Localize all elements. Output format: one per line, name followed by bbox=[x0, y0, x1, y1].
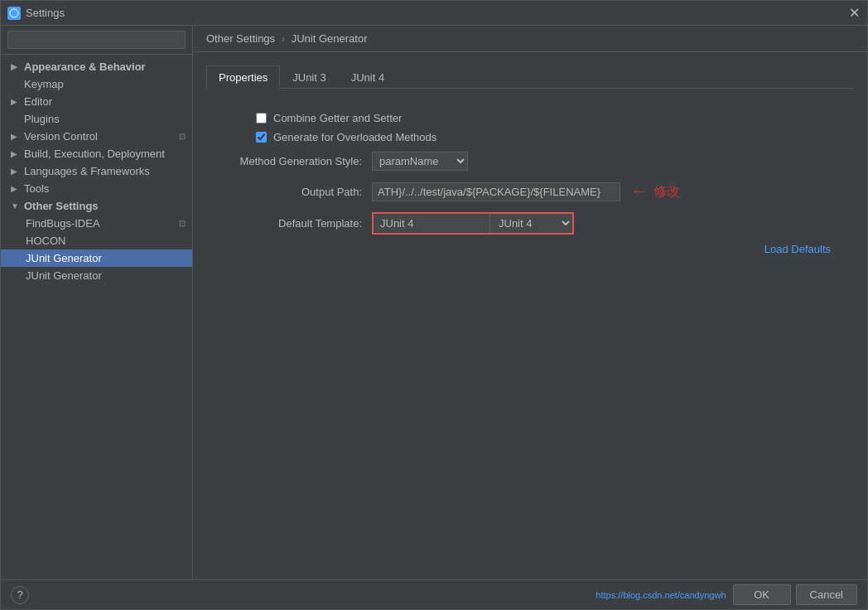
output-path-label: Output Path: bbox=[206, 186, 372, 198]
method-generation-style-label: Method Generation Style: bbox=[206, 155, 372, 167]
breadcrumb: Other Settings › JUnit Generator bbox=[193, 26, 867, 52]
title-bar: Settings ✕ bbox=[1, 1, 867, 26]
red-arrow-icon: ← bbox=[630, 181, 649, 202]
tab-junit3[interactable]: JUnit 3 bbox=[280, 65, 338, 89]
findbugs-badge-icon: ⊡ bbox=[179, 219, 186, 228]
bottom-right: https://blog.csdn.net/candyngwh OK Cance… bbox=[596, 584, 857, 605]
arrow-icon: ▶ bbox=[11, 149, 21, 158]
sidebar-item-plugins[interactable]: Plugins bbox=[1, 110, 192, 128]
generate-overloaded-checkbox[interactable] bbox=[256, 132, 267, 143]
arrow-icon: ▶ bbox=[11, 132, 21, 141]
output-path-control: ← 修改 bbox=[372, 181, 680, 202]
combine-getter-setter-row: Combine Getter and Setter bbox=[206, 109, 854, 128]
arrow-annotation: ← 修改 bbox=[630, 181, 680, 202]
app-icon bbox=[7, 7, 21, 20]
default-template-select[interactable]: JUnit 4 JUnit 3 bbox=[489, 214, 572, 233]
generate-overloaded-row: Generate for Overloaded Methods bbox=[206, 128, 854, 147]
sidebar-item-editor[interactable]: ▶ Editor bbox=[1, 93, 192, 110]
sidebar-item-build[interactable]: ▶ Build, Execution, Deployment bbox=[1, 145, 192, 162]
nav-tree: ▶ Appearance & Behavior Keymap ▶ Editor … bbox=[1, 55, 192, 579]
search-box bbox=[1, 26, 192, 55]
main-content: ▶ Appearance & Behavior Keymap ▶ Editor … bbox=[1, 26, 867, 579]
method-generation-style-select[interactable]: paramName typeAndParam bbox=[372, 152, 468, 171]
sidebar-item-languages[interactable]: ▶ Languages & Frameworks bbox=[1, 162, 192, 180]
arrow-icon: ▶ bbox=[11, 62, 21, 71]
tab-junit4[interactable]: JUnit 4 bbox=[339, 65, 397, 89]
sidebar-item-appearance[interactable]: ▶ Appearance & Behavior bbox=[1, 58, 192, 75]
close-button[interactable]: ✕ bbox=[847, 7, 861, 20]
load-defaults-link[interactable]: Load Defaults bbox=[541, 243, 831, 255]
cancel-button[interactable]: Cancel bbox=[796, 584, 857, 605]
arrow-icon: ▶ bbox=[11, 97, 21, 106]
output-path-row: Output Path: ← 修改 bbox=[206, 176, 854, 207]
sidebar-item-junit-generator-2[interactable]: JUnit Generator bbox=[1, 267, 192, 284]
default-template-input[interactable] bbox=[374, 215, 489, 232]
breadcrumb-separator: › bbox=[282, 32, 285, 45]
settings-window: Settings ✕ ▶ Appearance & Behavior Keyma… bbox=[0, 0, 868, 610]
sidebar-item-other-settings[interactable]: ▼ Other Settings bbox=[1, 197, 192, 215]
sidebar-item-hocon[interactable]: HOCON bbox=[1, 232, 192, 249]
tab-properties[interactable]: Properties bbox=[206, 65, 280, 89]
window-title: Settings bbox=[26, 7, 847, 19]
help-button[interactable]: ? bbox=[11, 586, 29, 604]
bottom-bar: ? https://blog.csdn.net/candyngwh OK Can… bbox=[1, 579, 867, 609]
method-generation-style-row: Method Generation Style: paramName typeA… bbox=[206, 147, 854, 176]
default-template-control: JUnit 4 JUnit 3 bbox=[372, 212, 574, 235]
dialog-buttons: OK Cancel bbox=[733, 584, 857, 605]
default-template-label: Default Template: bbox=[206, 217, 372, 230]
annotation-text: 修改 bbox=[653, 183, 680, 201]
method-generation-style-control: paramName typeAndParam bbox=[372, 152, 468, 171]
sidebar-item-junit-generator-1[interactable]: JUnit Generator bbox=[1, 249, 192, 267]
combine-getter-setter-checkbox[interactable] bbox=[256, 113, 267, 123]
tabs-bar: Properties JUnit 3 JUnit 4 bbox=[206, 65, 854, 89]
output-path-input[interactable] bbox=[372, 182, 620, 201]
arrow-icon: ▼ bbox=[11, 201, 21, 211]
load-defaults-row: Load Defaults bbox=[372, 243, 854, 255]
sidebar-item-tools[interactable]: ▶ Tools bbox=[1, 180, 192, 197]
vcs-badge-icon: ⊡ bbox=[179, 132, 186, 141]
arrow-icon: ▶ bbox=[11, 184, 21, 193]
sidebar: ▶ Appearance & Behavior Keymap ▶ Editor … bbox=[1, 26, 193, 579]
arrow-icon: ▶ bbox=[11, 167, 21, 176]
sidebar-item-version-control[interactable]: ▶ Version Control ⊡ bbox=[1, 128, 192, 145]
settings-panel: Properties JUnit 3 JUnit 4 Combine Gette… bbox=[193, 52, 867, 579]
csdn-link[interactable]: https://blog.csdn.net/candyngwh bbox=[596, 590, 726, 600]
sidebar-item-findbugs[interactable]: FindBugs-IDEA ⊡ bbox=[1, 215, 192, 232]
ok-button[interactable]: OK bbox=[733, 584, 791, 605]
search-input[interactable] bbox=[7, 31, 186, 49]
default-template-row: Default Template: JUnit 4 JUnit 3 bbox=[206, 207, 854, 240]
content-area: Other Settings › JUnit Generator Propert… bbox=[193, 26, 867, 579]
properties-form: Combine Getter and Setter Generate for O… bbox=[206, 102, 854, 262]
sidebar-item-keymap[interactable]: Keymap bbox=[1, 75, 192, 93]
svg-point-0 bbox=[10, 9, 18, 17]
